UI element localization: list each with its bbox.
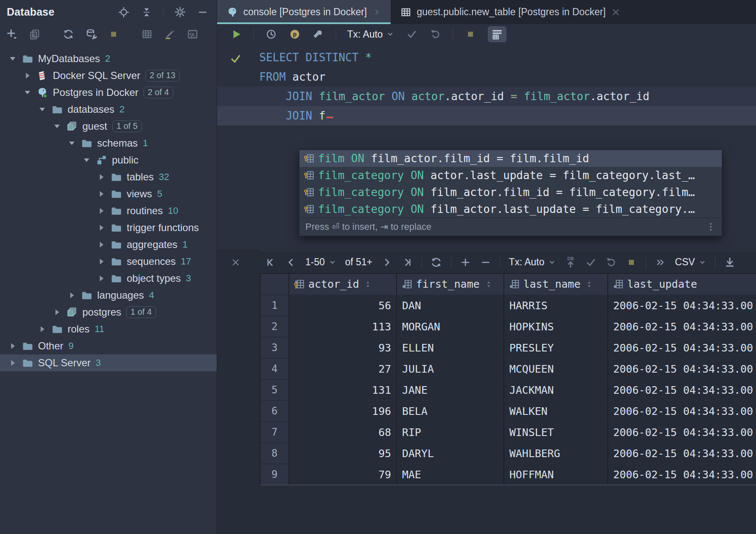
chevron-collapsed-icon[interactable] [95,239,107,251]
cell-last_name[interactable]: JACKMAN [504,380,607,400]
cell-last_name[interactable]: HOPKINS [504,316,607,337]
collapse-all-button[interactable] [140,6,153,19]
add-data-source-button[interactable] [6,28,18,41]
edit-source-button[interactable] [164,28,176,41]
last-page-button[interactable] [401,256,413,269]
cell-last_update[interactable]: 2006-02-15 04:34:33.00 [608,443,756,463]
chevron-collapsed-icon[interactable] [95,256,107,267]
cell-first_name[interactable]: ELLEN [397,338,503,358]
chevron-collapsed-icon[interactable] [95,222,107,234]
next-page-button[interactable] [381,256,393,269]
cell-actor_id[interactable]: 131 [289,380,396,400]
column-header-last_name[interactable]: last_name [504,274,607,294]
completion-item[interactable]: film_category ON actor.last_update = fil… [299,167,722,184]
postgres-session-button[interactable]: p [288,28,301,41]
hide-button[interactable] [196,6,209,19]
row-number[interactable]: 4 [261,359,288,379]
tree-item-postgres[interactable]: postgres 1 of 4 [0,304,217,321]
tx-mode-dropdown[interactable]: Tx: Auto [347,29,394,40]
cell-last_update[interactable]: 2006-02-15 04:34:33.00 [608,422,756,442]
completion-item[interactable]: film_category ON film_actor.film_id = fi… [299,184,722,201]
chevron-collapsed-icon[interactable] [95,272,107,284]
row-number[interactable]: 5 [261,380,288,400]
tree-item-aggregates[interactable]: aggregates 1 [0,236,217,253]
cell-first_name[interactable]: JULIA [397,359,503,379]
cell-last_name[interactable]: WINSLET [504,422,607,442]
tree-item-tables[interactable]: tables 32 [0,169,217,185]
more-tabs-button[interactable] [655,256,666,269]
tree-item-sql-server[interactable]: SQL Server 3 [0,354,217,371]
tree-item-guest[interactable]: guest 1 of 5 [0,118,217,135]
chevron-collapsed-icon[interactable] [66,289,78,301]
column-header-last_update[interactable]: last_update [608,274,756,294]
cell-actor_id[interactable]: 79 [289,464,396,485]
delete-row-button[interactable] [480,256,492,269]
cell-last_update[interactable]: 2006-02-15 04:34:33.00 [608,295,756,316]
cell-first_name[interactable]: JANE [397,380,503,400]
settings-button[interactable] [174,6,186,19]
submit-to-database-button[interactable]: DB [565,256,577,269]
tree-item-schemas[interactable]: schemas 1 [0,135,217,152]
cell-last_name[interactable]: HARRIS [504,295,607,316]
completion-item[interactable]: film ON film_actor.film_id = film.film_i… [299,150,722,167]
row-number[interactable]: 1 [261,295,288,316]
cell-actor_id[interactable]: 113 [289,316,396,337]
row-number[interactable]: 9 [261,464,288,485]
chevron-collapsed-icon[interactable] [95,171,107,183]
row-number[interactable]: 7 [261,422,288,442]
services-button[interactable] [312,28,325,41]
cell-last_name[interactable]: HOFFMAN [504,464,607,485]
sort-arrows-icon[interactable] [363,280,373,289]
column-header-actor_id[interactable]: actor_id [289,274,396,294]
row-number[interactable]: 3 [261,338,288,358]
row-number[interactable]: 2 [261,316,288,337]
cell-last_update[interactable]: 2006-02-15 04:34:33.00 [608,464,756,485]
tree-item-roles[interactable]: roles 11 [0,321,217,338]
cell-last_update[interactable]: 2006-02-15 04:34:33.00 [608,316,756,337]
add-row-button[interactable] [460,256,471,269]
tree-item-object-types[interactable]: object types 3 [0,270,217,287]
cell-actor_id[interactable]: 93 [289,338,396,358]
page-range-dropdown[interactable]: 1-50 [305,256,337,268]
data-source-properties-button[interactable] [85,28,97,41]
row-number[interactable]: 6 [261,401,288,421]
tree-item-databases[interactable]: databases 2 [0,101,217,118]
rollback-button[interactable] [605,256,617,269]
download-button[interactable] [724,256,736,269]
cell-first_name[interactable]: DAN [397,295,503,316]
tree-item-docker-sql-server[interactable]: Docker SQL Server 2 of 13 [0,67,217,84]
chevron-collapsed-icon[interactable] [22,70,33,82]
chevron-collapsed-icon[interactable] [7,340,19,352]
in-editor-results-button[interactable] [488,26,506,42]
cell-last_update[interactable]: 2006-02-15 04:34:33.00 [608,338,756,358]
jump-to-console-button[interactable]: QL [187,28,199,41]
tab-console[interactable]: console [Postgres in Docker] [217,0,391,24]
cell-last_name[interactable]: MCQUEEN [504,359,607,379]
cell-first_name[interactable]: BELA [397,401,503,421]
chevron-expanded-icon[interactable] [81,154,92,166]
tx-mode-dropdown[interactable]: Tx: Auto [509,256,556,268]
cell-last_name[interactable]: WALKEN [504,401,607,421]
tree-item-trigger-functions[interactable]: trigger functions [0,219,217,236]
cell-last_name[interactable]: WAHLBERG [504,443,607,463]
tree-item-routines[interactable]: routines 10 [0,202,217,219]
tree-item-postgres-in-docker[interactable]: Postgres in Docker 2 of 4 [0,84,217,101]
kebab-menu-icon[interactable] [706,222,716,232]
cell-actor_id[interactable]: 27 [289,359,396,379]
stop-button[interactable] [464,28,477,41]
cell-first_name[interactable]: MORGAN [397,316,503,337]
chevron-expanded-icon[interactable] [7,53,19,65]
cell-actor_id[interactable]: 56 [289,295,396,316]
prev-page-button[interactable] [285,256,297,269]
chevron-expanded-icon[interactable] [66,137,78,149]
refresh-button[interactable] [63,28,74,41]
cell-first_name[interactable]: RIP [397,422,503,442]
open-table-button[interactable] [141,28,153,41]
chevron-expanded-icon[interactable] [22,87,33,98]
chevron-collapsed-icon[interactable] [36,323,48,335]
cell-first_name[interactable]: DARYL [397,443,503,463]
completion-item[interactable]: film_category ON film_actor.last_update … [299,201,722,218]
close-tab-icon[interactable] [611,7,621,17]
tree-item-views[interactable]: views 5 [0,185,217,202]
locate-button[interactable] [117,6,130,19]
